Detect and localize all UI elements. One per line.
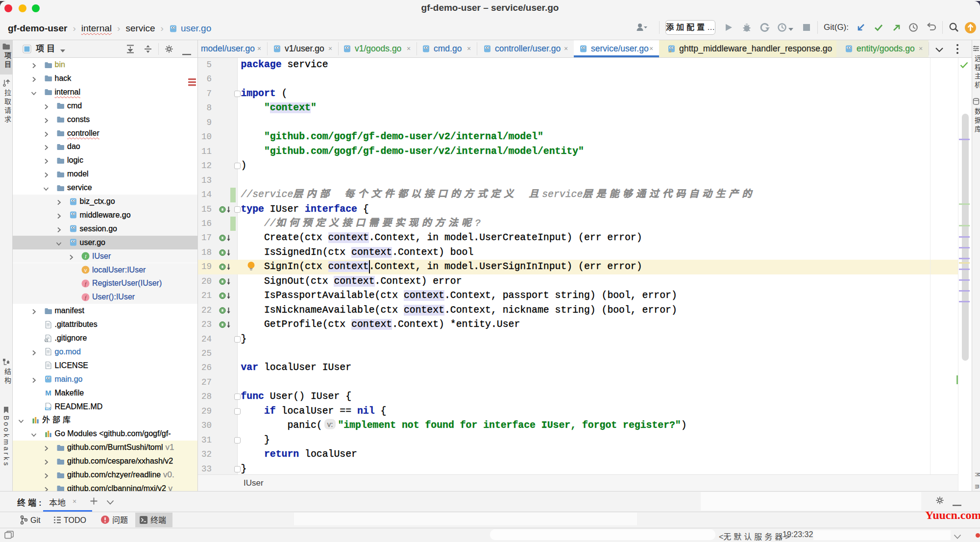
svg-text:MD: MD [45, 407, 50, 410]
svg-text:M: M [45, 389, 51, 397]
svg-text:v: v [84, 267, 87, 273]
